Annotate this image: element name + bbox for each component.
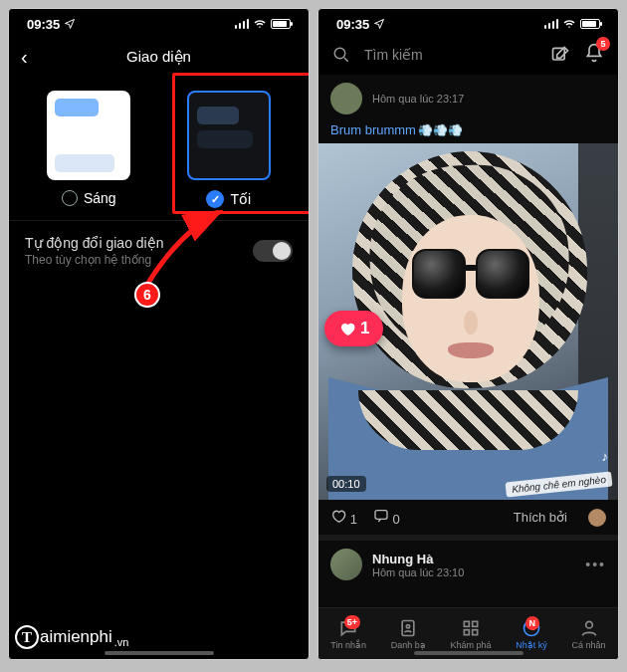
like-button[interactable]: 1 [330,508,357,527]
liked-by-avatar[interactable] [588,509,606,527]
post-media-video[interactable]: 1 ♪ 00:10 Không chê em nghèo [318,143,618,500]
post-author[interactable]: Nhung Hà [372,552,575,566]
location-icon [373,18,385,30]
status-time: 09:35 [336,17,369,32]
dash-emoji-icon: 💨💨💨 [418,123,463,137]
comment-count: 0 [392,512,399,527]
location-icon [64,18,76,30]
svg-rect-6 [473,621,478,626]
tab-label: Danh bạ [391,640,426,650]
radio-unchecked-icon [62,190,78,206]
post-actions: 1 0 Thích bởi [318,500,618,535]
theme-label-dark: Tối [230,191,251,207]
notification-badge: 5 [596,37,610,51]
svg-point-0 [334,48,345,59]
auto-theme-toggle[interactable] [253,240,293,262]
video-duration: 00:10 [326,476,366,492]
svg-rect-5 [464,621,469,626]
svg-rect-7 [464,629,469,634]
annotation-step-badge: 6 [134,282,160,308]
tab-discover[interactable]: Khám phá [451,618,492,650]
like-count: 1 [350,512,357,527]
heart-icon [338,320,356,337]
navbar-settings: ‹ Giao diện [9,39,309,75]
post-timestamp: Hôm qua lúc 23:10 [372,566,575,578]
tab-label: Tin nhắn [330,640,366,650]
tab-me[interactable]: Cá nhân [572,618,606,650]
phone-right: 09:35 Tìm kiếm 5 Hôm qua lúc 23:17 [317,8,619,660]
tab-messages[interactable]: 5+ Tin nhắn [330,618,366,650]
status-bar: 09:35 [9,9,309,39]
theme-option-light[interactable]: Sáng [34,91,143,208]
status-bar: 09:35 [318,9,618,39]
avatar[interactable] [330,83,362,114]
liked-by-label: Thích bởi [514,510,567,525]
battery-icon [580,19,600,29]
tab-label: Nhật ký [516,640,547,650]
post-header: Nhung Hà Hôm qua lúc 23:10 ••• [318,541,618,588]
status-time: 09:35 [27,17,60,32]
comment-icon [373,508,389,524]
wifi-icon [253,18,267,30]
wifi-icon [562,18,576,30]
tab-diary[interactable]: N Nhật ký [516,618,547,650]
svg-point-4 [407,624,410,627]
heart-outline-icon [330,508,346,524]
post-header: Hôm qua lúc 23:17 [318,75,618,122]
post-menu-button[interactable]: ••• [585,557,606,572]
svg-point-10 [585,621,592,628]
watermark-t-icon: T [15,625,39,649]
search-input[interactable]: Tìm kiếm [364,47,536,63]
home-indicator [104,651,214,655]
radio-checked-icon: ✓ [206,190,224,208]
tab-label: Khám phá [451,640,492,650]
theme-preview-dark [187,91,271,180]
svg-rect-2 [375,511,387,520]
person-icon [579,618,599,638]
theme-selector: Sáng ✓ Tối [9,75,309,220]
tab-label: Cá nhân [572,640,606,650]
compose-icon[interactable] [550,45,570,65]
watermark: T aimienphi .vn [15,625,128,649]
auto-theme-sub: Theo tùy chọn hệ thống [25,253,164,267]
grid-icon [461,618,481,638]
page-title: Giao diện [9,48,309,66]
theme-label-light: Sáng [84,190,116,206]
post-timestamp: Hôm qua lúc 23:17 [372,93,606,105]
notifications-button[interactable]: 5 [584,43,604,67]
theme-option-dark[interactable]: ✓ Tối [174,91,284,208]
watermark-suffix: .vn [114,636,129,648]
tiktok-watermark-icon: ♪ [602,449,609,464]
auto-theme-title: Tự động đổi giao diện [25,235,164,251]
phone-left: 09:35 ‹ Giao diện Sáng [8,8,310,660]
auto-theme-row[interactable]: Tự động đổi giao diện Theo tùy chọn hệ t… [9,220,309,281]
like-overlay-badge[interactable]: 1 [324,311,383,346]
top-bar: Tìm kiếm 5 [318,39,618,75]
comment-button[interactable]: 0 [373,508,400,527]
watermark-text: aimienphi [40,627,112,647]
tab-contacts[interactable]: Danh bạ [391,618,426,650]
cell-signal-icon [544,19,559,29]
post-text-content: Brum brummm [330,122,416,137]
tab-diary-badge: N [525,616,539,630]
cell-signal-icon [235,19,250,29]
tab-messages-badge: 5+ [344,615,360,629]
feed[interactable]: Hôm qua lúc 23:17 Brum brummm 💨💨💨 [318,75,618,607]
svg-rect-8 [473,629,478,634]
post-text: Brum brummm 💨💨💨 [318,122,618,143]
contacts-icon [398,618,418,638]
like-overlay-count: 1 [360,319,369,338]
avatar[interactable] [330,549,362,580]
search-icon[interactable] [332,46,350,64]
home-indicator [414,651,523,655]
battery-icon [271,19,291,29]
theme-preview-light [47,91,130,180]
